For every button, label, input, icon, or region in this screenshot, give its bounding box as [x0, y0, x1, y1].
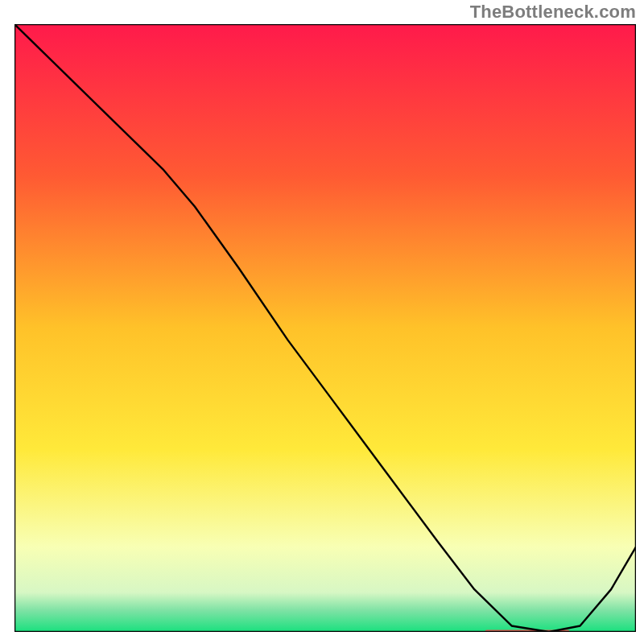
watermark-text: TheBottleneck.com — [470, 2, 636, 23]
chart-stage: TheBottleneck.com — [0, 0, 644, 644]
chart-svg — [14, 24, 636, 632]
chart-plot-area — [14, 24, 636, 632]
